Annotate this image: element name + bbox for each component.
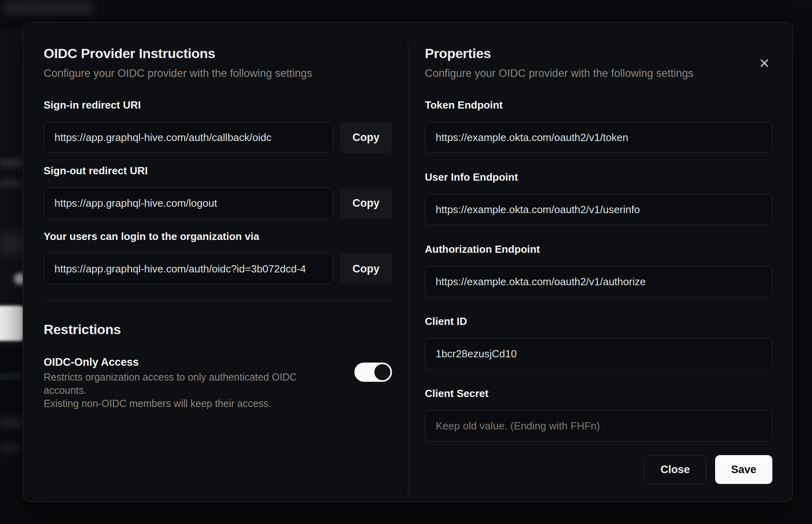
copy-login-url-button[interactable]: Copy bbox=[340, 253, 392, 284]
oidc-only-access-toggle[interactable] bbox=[354, 363, 392, 382]
oidc-only-access-description: Restricts organization access to only au… bbox=[44, 371, 342, 397]
token-endpoint-row bbox=[425, 122, 772, 153]
authorization-endpoint-label: Authorization Endpoint bbox=[425, 243, 772, 256]
oidc-only-access-label: OIDC-Only Access bbox=[44, 355, 342, 369]
instructions-subtitle: Configure your OIDC provider with the fo… bbox=[44, 67, 392, 80]
sign-in-redirect-uri-row: Copy bbox=[44, 122, 392, 153]
client-id-row bbox=[425, 338, 772, 369]
token-endpoint-label: Token Endpoint bbox=[425, 99, 772, 111]
authorization-endpoint-row bbox=[425, 266, 772, 297]
client-id-input[interactable] bbox=[425, 338, 772, 369]
background-text-blur bbox=[0, 179, 23, 187]
background-page-panel bbox=[0, 28, 23, 349]
background-text-blur bbox=[0, 444, 21, 453]
authorization-endpoint-input[interactable] bbox=[425, 266, 772, 297]
sign-in-redirect-uri-label: Sign-in redirect URI bbox=[44, 99, 392, 111]
client-secret-input[interactable] bbox=[425, 410, 772, 441]
section-divider bbox=[44, 300, 392, 301]
login-url-input[interactable] bbox=[44, 253, 334, 284]
sign-in-redirect-uri-input[interactable] bbox=[44, 122, 334, 153]
login-url-label: Your users can login to the organization… bbox=[44, 230, 392, 243]
background-text-blur bbox=[0, 159, 23, 167]
properties-section: Properties Configure your OIDC provider … bbox=[408, 22, 792, 502]
background-text-blur bbox=[0, 417, 24, 428]
user-info-endpoint-label: User Info Endpoint bbox=[425, 171, 772, 183]
close-icon[interactable]: ✕ bbox=[756, 54, 773, 72]
oidc-only-access-text: OIDC-Only Access Restricts organization … bbox=[44, 355, 354, 410]
client-secret-label: Client Secret bbox=[425, 387, 772, 400]
background-button-blur bbox=[0, 306, 23, 341]
background-band-blur bbox=[0, 373, 23, 380]
user-info-endpoint-input[interactable] bbox=[425, 194, 772, 225]
oidc-instructions-section: OIDC Provider Instructions Configure you… bbox=[23, 22, 408, 502]
close-button[interactable]: Close bbox=[644, 455, 706, 484]
sign-out-redirect-uri-input[interactable] bbox=[44, 187, 334, 219]
sign-out-redirect-uri-row: Copy bbox=[44, 187, 392, 219]
user-info-endpoint-row bbox=[425, 194, 772, 225]
toggle-knob bbox=[374, 364, 390, 380]
login-url-row: Copy bbox=[44, 253, 392, 284]
oidc-settings-modal: ✕ OIDC Provider Instructions Configure y… bbox=[23, 22, 793, 502]
save-button[interactable]: Save bbox=[715, 455, 772, 484]
column-divider bbox=[408, 42, 408, 494]
copy-sign-in-uri-button[interactable]: Copy bbox=[340, 122, 392, 153]
modal-actions: Close Save bbox=[425, 455, 772, 484]
oidc-only-access-description: Existing non-OIDC members will keep thei… bbox=[44, 397, 342, 410]
client-secret-row bbox=[425, 410, 772, 441]
sign-out-redirect-uri-label: Sign-out redirect URI bbox=[44, 164, 392, 177]
token-endpoint-input[interactable] bbox=[425, 122, 772, 153]
oidc-only-access-row: OIDC-Only Access Restricts organization … bbox=[44, 355, 392, 410]
copy-sign-out-uri-button[interactable]: Copy bbox=[340, 187, 392, 219]
instructions-title: OIDC Provider Instructions bbox=[44, 45, 392, 62]
properties-subtitle: Configure your OIDC provider with the fo… bbox=[425, 67, 772, 80]
client-id-label: Client ID bbox=[425, 315, 772, 328]
properties-title: Properties bbox=[425, 45, 772, 62]
background-nav-blur bbox=[3, 0, 93, 14]
restrictions-title: Restrictions bbox=[44, 321, 392, 338]
